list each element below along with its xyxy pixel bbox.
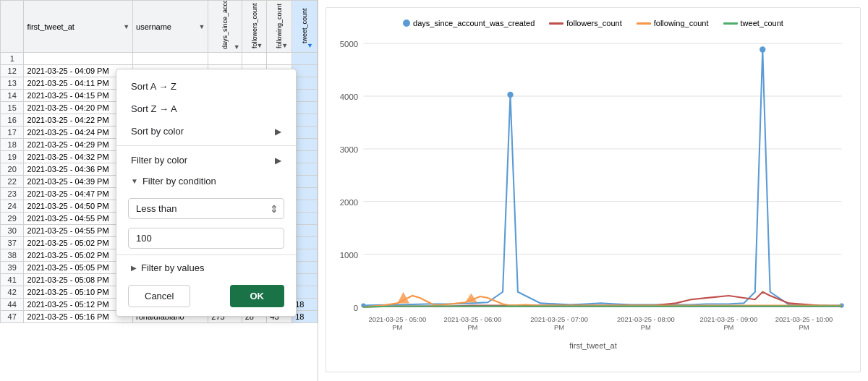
- row-number: 17: [1, 127, 24, 139]
- svg-text:4000: 4000: [340, 93, 358, 101]
- legend-symbol: [403, 20, 410, 27]
- chart-area: days_since_account_was_createdfollowers_…: [318, 0, 868, 381]
- cancel-button[interactable]: Cancel: [128, 285, 190, 307]
- col-header-e[interactable]: following_count ▼: [267, 1, 292, 53]
- cell-c[interactable]: [208, 53, 242, 65]
- condition-select-wrapper: Less than Greater than Equal to Not equa…: [128, 198, 284, 219]
- svg-text:PM: PM: [467, 324, 477, 331]
- svg-text:3000: 3000: [340, 145, 358, 154]
- row-number: 18: [1, 139, 24, 151]
- col-c-label: days_since_account_was_created: [221, 2, 229, 51]
- row-number: 19: [1, 151, 24, 163]
- condition-input[interactable]: [128, 228, 284, 249]
- row-number: 30: [1, 225, 24, 237]
- legend-label: following_count: [654, 19, 709, 27]
- chart-x-axis-title: first_tweet_at: [337, 341, 849, 350]
- row-number: 39: [1, 262, 24, 274]
- ok-button[interactable]: OK: [230, 285, 285, 307]
- row-number: 1: [1, 53, 24, 65]
- svg-text:2000: 2000: [340, 198, 358, 207]
- row-number: 15: [1, 102, 24, 114]
- row-number: 13: [1, 77, 24, 90]
- cell-e[interactable]: [267, 53, 292, 65]
- svg-text:PM: PM: [641, 324, 651, 331]
- col-header-f[interactable]: tweet_count ▼: [292, 1, 318, 53]
- corner-cell: [1, 1, 24, 53]
- row-number: 42: [1, 286, 24, 299]
- col-b-label: username: [136, 22, 171, 31]
- row-number: 41: [1, 274, 24, 286]
- filter-icon-a[interactable]: ▼: [123, 23, 129, 30]
- svg-text:PM: PM: [799, 324, 809, 331]
- legend-label: tweet_count: [741, 19, 783, 27]
- svg-text:PM: PM: [392, 324, 402, 331]
- legend-item: followers_count: [549, 19, 621, 27]
- condition-select[interactable]: Less than Greater than Equal to Not equa…: [128, 198, 284, 219]
- filter-icon-b[interactable]: ▼: [198, 23, 205, 30]
- col-a-label: first_tweet_at: [27, 22, 74, 31]
- svg-text:2021-03-25 - 08:00: 2021-03-25 - 08:00: [617, 316, 675, 323]
- legend-item: days_since_account_was_created: [403, 19, 535, 27]
- filter-icon-e[interactable]: ▼: [281, 42, 288, 49]
- filter-icon-c[interactable]: ▼: [234, 43, 240, 51]
- svg-point-14: [507, 92, 513, 98]
- svg-text:2021-03-25 - 07:00: 2021-03-25 - 07:00: [530, 316, 588, 323]
- row-number: 47: [1, 311, 24, 323]
- row-number: 37: [1, 237, 24, 249]
- filter-by-condition-section[interactable]: ▼ Filter by condition: [116, 171, 296, 191]
- svg-text:PM: PM: [723, 324, 733, 331]
- row-number: 16: [1, 114, 24, 127]
- sort-z-a-item[interactable]: Sort Z → A: [116, 98, 296, 120]
- row-number: 14: [1, 90, 24, 102]
- filter-icon-f[interactable]: ▼: [307, 42, 313, 49]
- row-number: 24: [1, 200, 24, 213]
- sort-by-color-item[interactable]: Sort by color ▶: [116, 120, 296, 142]
- svg-text:PM: PM: [554, 324, 564, 331]
- legend-item: following_count: [637, 19, 709, 27]
- filter-dropdown: Sort A → Z Sort Z → A Sort by color ▶ Fi…: [116, 69, 297, 317]
- cell-b[interactable]: [133, 53, 208, 65]
- svg-text:5000: 5000: [340, 40, 358, 48]
- svg-text:2021-03-25 - 05:00: 2021-03-25 - 05:00: [368, 316, 426, 323]
- cell-a[interactable]: [24, 53, 133, 65]
- row-number: 22: [1, 176, 24, 188]
- menu-divider-1: [116, 145, 296, 146]
- row-number: 29: [1, 213, 24, 225]
- col-header-a[interactable]: first_tweet_at ▼: [24, 1, 133, 53]
- filter-by-values-section[interactable]: ▶ Filter by values: [116, 258, 296, 278]
- filter-by-color-arrow: ▶: [275, 155, 281, 166]
- legend-item: tweet_count: [723, 19, 783, 27]
- legend-label: followers_count: [566, 19, 621, 27]
- col-header-d[interactable]: followers_count ▼: [242, 1, 267, 53]
- chart-container: days_since_account_was_createdfollowers_…: [326, 7, 861, 372]
- filter-condition-chevron: ▼: [131, 177, 138, 185]
- row-number: 44: [1, 299, 24, 311]
- row-number: 38: [1, 249, 24, 262]
- svg-text:2021-03-25 - 09:00: 2021-03-25 - 09:00: [700, 316, 758, 323]
- menu-divider-2: [116, 254, 296, 255]
- svg-point-15: [760, 46, 765, 52]
- svg-text:2021-03-25 - 10:00: 2021-03-25 - 10:00: [775, 316, 833, 323]
- filter-by-color-item[interactable]: Filter by color ▶: [116, 149, 296, 171]
- cell-d[interactable]: [242, 53, 267, 65]
- col-header-b[interactable]: username ▼: [133, 1, 208, 53]
- table-row: 1: [1, 53, 318, 65]
- chart-svg: 5000 4000 3000 2000 1000 0: [337, 35, 849, 338]
- svg-text:0: 0: [354, 304, 358, 312]
- chart-legend: days_since_account_was_createdfollowers_…: [337, 19, 849, 27]
- sort-by-color-arrow: ▶: [275, 127, 281, 137]
- row-number: 23: [1, 188, 24, 200]
- legend-symbol: [637, 22, 651, 25]
- filter-icon-d[interactable]: ▼: [257, 42, 263, 49]
- sort-a-z-item[interactable]: Sort A → Z: [116, 75, 296, 98]
- filter-condition-area: Less than Greater than Equal to Not equa…: [116, 191, 296, 252]
- col-header-c[interactable]: days_since_account_was_created ▼: [208, 1, 242, 53]
- menu-footer: Cancel OK: [116, 278, 296, 310]
- row-number: 20: [1, 163, 24, 176]
- legend-label: days_since_account_was_created: [413, 19, 535, 27]
- spreadsheet: first_tweet_at ▼ username ▼ day: [0, 0, 318, 381]
- cell-f[interactable]: [292, 53, 318, 65]
- svg-text:2021-03-25 - 06:00: 2021-03-25 - 06:00: [444, 316, 502, 323]
- row-number: 12: [1, 65, 24, 77]
- legend-symbol: [549, 22, 563, 25]
